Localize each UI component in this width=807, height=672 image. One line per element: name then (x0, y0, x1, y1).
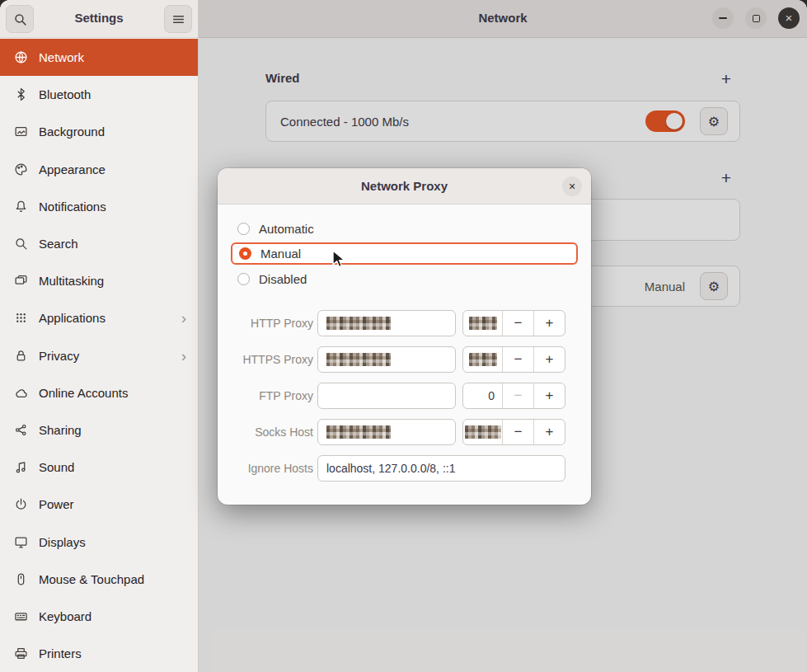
radio-dot (243, 251, 247, 256)
sidebar-item-printers[interactable]: Printers (0, 635, 198, 672)
chevron-right-icon: › (181, 310, 186, 326)
sidebar-item-applications[interactable]: Applications › (0, 299, 198, 336)
sidebar-item-label: Online Accounts (39, 386, 128, 400)
decrement-button[interactable]: − (502, 420, 533, 444)
sidebar-item-search[interactable]: Search (0, 225, 198, 262)
sidebar: Settings Network Bluetooth Background Ap… (0, 0, 199, 672)
sidebar-item-notifications[interactable]: Notifications (0, 188, 198, 225)
http-proxy-row: HTTP Proxy − + (231, 310, 578, 336)
sidebar-item-mouse-touchpad[interactable]: Mouse & Touchpad (0, 561, 198, 598)
redacted-port-value (465, 425, 501, 439)
sidebar-item-power[interactable]: Power (0, 486, 198, 523)
decrement-button[interactable]: − (502, 383, 533, 408)
sidebar-items: Network Bluetooth Background Appearance … (0, 39, 198, 672)
dialog-body: Automatic Manual Disabled HTTP Proxy − + (218, 204, 591, 482)
increment-button[interactable]: + (533, 347, 565, 372)
redacted-host-value (326, 317, 391, 330)
dialog-header: Network Proxy × (218, 168, 591, 204)
search-icon (14, 237, 28, 251)
http-proxy-host-field[interactable] (317, 310, 456, 336)
http-proxy-port-spinner: − + (462, 310, 565, 336)
https-proxy-port-spinner: − + (462, 346, 565, 373)
proxy-form: HTTP Proxy − + HTTPS Proxy − + (231, 310, 578, 482)
sidebar-item-label: Background (39, 125, 105, 139)
sidebar-item-label: Sharing (39, 423, 82, 437)
option-manual[interactable]: Manual (231, 242, 578, 265)
sidebar-item-bluetooth[interactable]: Bluetooth (0, 76, 198, 113)
sidebar-item-label: Appearance (39, 162, 106, 176)
https-proxy-row: HTTPS Proxy − + (231, 346, 578, 373)
sidebar-item-privacy[interactable]: Privacy › (0, 337, 198, 374)
cloud-icon (14, 386, 28, 400)
lock-icon (14, 349, 28, 363)
https-proxy-host-field[interactable] (317, 346, 456, 373)
settings-window: Settings Network Bluetooth Background Ap… (0, 0, 807, 672)
multitasking-icon (14, 274, 28, 288)
chevron-right-icon: › (181, 348, 186, 364)
radio-manual[interactable] (239, 247, 251, 260)
sidebar-item-label: Bluetooth (39, 87, 91, 101)
redacted-host-value (326, 353, 391, 366)
sidebar-item-label: Power (39, 497, 74, 511)
sidebar-item-label: Displays (39, 535, 86, 549)
sidebar-item-appearance[interactable]: Appearance (0, 151, 198, 188)
increment-button[interactable]: + (533, 420, 565, 444)
option-automatic[interactable]: Automatic (231, 218, 578, 239)
radio-automatic[interactable] (237, 223, 250, 235)
menu-button[interactable] (164, 5, 192, 33)
ignore-hosts-row: Ignore Hosts (231, 455, 578, 482)
sidebar-item-background[interactable]: Background (0, 113, 198, 150)
sidebar-item-keyboard[interactable]: Keyboard (0, 598, 198, 635)
sidebar-item-network[interactable]: Network (0, 39, 198, 76)
sidebar-item-label: Keyboard (39, 609, 91, 623)
decrement-button[interactable]: − (502, 347, 533, 372)
port-value[interactable] (463, 347, 502, 372)
redacted-port-value (469, 317, 497, 330)
ftp-proxy-port-spinner: 0 − + (462, 383, 565, 409)
socks-port-spinner: − + (462, 419, 565, 445)
redacted-port-value (469, 353, 497, 366)
music-note-icon (14, 460, 28, 474)
network-icon (14, 50, 28, 64)
sidebar-item-label: Network (39, 50, 84, 64)
ftp-proxy-label: FTP Proxy (231, 389, 313, 402)
sidebar-item-label: Search (39, 237, 78, 251)
ftp-proxy-host-field[interactable] (317, 383, 456, 409)
sidebar-item-sharing[interactable]: Sharing (0, 411, 198, 449)
share-icon (14, 423, 28, 437)
display-icon (14, 535, 28, 549)
port-value[interactable]: 0 (463, 383, 502, 408)
port-value[interactable] (463, 311, 502, 336)
dialog-title: Network Proxy (218, 179, 591, 193)
dialog-close-button[interactable]: × (562, 176, 582, 196)
ignore-hosts-field[interactable] (317, 455, 565, 482)
sidebar-item-online-accounts[interactable]: Online Accounts (0, 374, 198, 411)
increment-button[interactable]: + (533, 311, 565, 336)
bell-icon (14, 200, 28, 214)
socks-host-field[interactable] (317, 419, 456, 445)
sidebar-item-label: Notifications (39, 200, 106, 214)
decrement-button[interactable]: − (502, 311, 533, 336)
apps-grid-icon (14, 311, 28, 325)
sidebar-header: Settings (0, 0, 198, 38)
increment-button[interactable]: + (533, 383, 565, 408)
sidebar-item-sound[interactable]: Sound (0, 449, 198, 486)
radio-disabled[interactable] (237, 273, 250, 285)
sidebar-item-multitasking[interactable]: Multitasking (0, 262, 198, 299)
socks-host-row: Socks Host − + (231, 419, 578, 445)
network-proxy-dialog: Network Proxy × Automatic Manual Disable… (218, 168, 591, 505)
background-icon (14, 125, 28, 139)
https-proxy-label: HTTPS Proxy (231, 353, 313, 366)
keyboard-icon (14, 609, 28, 623)
sidebar-item-label: Printers (39, 646, 82, 660)
sidebar-item-label: Applications (39, 311, 106, 325)
hamburger-icon (171, 12, 185, 26)
ftp-proxy-row: FTP Proxy 0 − + (231, 383, 578, 409)
sidebar-item-label: Sound (39, 460, 74, 474)
ignore-hosts-label: Ignore Hosts (231, 462, 313, 475)
sidebar-item-displays[interactable]: Displays (0, 523, 198, 560)
option-disabled[interactable]: Disabled (231, 268, 578, 289)
sidebar-item-label: Mouse & Touchpad (39, 572, 144, 586)
option-label: Automatic (259, 222, 314, 236)
port-value[interactable] (463, 420, 502, 444)
